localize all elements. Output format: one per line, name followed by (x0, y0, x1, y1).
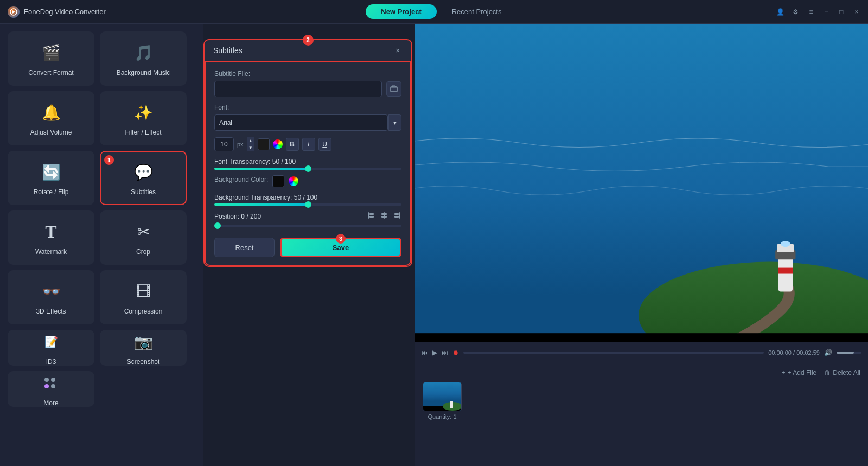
go-start-button[interactable]: ⏮ (422, 349, 428, 356)
font-transparency-row: Font Transparency: 50 / 100 (214, 158, 401, 170)
font-color-picker[interactable] (273, 139, 283, 149)
filter-effect-label: Filter / Effect (125, 129, 161, 136)
convert-format-label: Convert Format (28, 69, 73, 76)
svg-point-2 (44, 378, 49, 382)
background-transparency-track[interactable] (214, 203, 401, 206)
record-button[interactable]: ⏺ (452, 349, 459, 356)
progress-bar[interactable] (463, 352, 764, 354)
settings-icon: ⚙ (792, 8, 800, 16)
svg-rect-11 (381, 213, 387, 215)
underline-button[interactable]: U (318, 138, 331, 151)
compression-icon: 🎞 (131, 279, 155, 303)
file-thumbnail[interactable] (423, 382, 462, 411)
font-size-input[interactable] (214, 137, 234, 151)
svg-rect-12 (381, 216, 387, 218)
svg-point-5 (51, 384, 55, 388)
position-track[interactable] (214, 225, 401, 227)
font-dropdown-arrow: ▼ (388, 114, 401, 131)
add-file-button[interactable]: + + Add File (782, 369, 817, 376)
more-label: More (43, 399, 58, 407)
sidebar-item-id3[interactable]: 📝 ID3 (8, 330, 94, 366)
video-preview-area (415, 24, 868, 363)
window-controls: 👤 ⚙ ≡ − □ × (777, 8, 860, 16)
subtitle-file-input[interactable] (214, 81, 382, 97)
volume-bar[interactable] (837, 352, 861, 354)
font-size-down[interactable]: ▼ (247, 144, 254, 151)
align-center-button[interactable] (380, 211, 388, 221)
browse-file-button[interactable] (386, 81, 401, 97)
sidebar-item-watermark[interactable]: T Watermark (8, 210, 94, 265)
recent-projects-tab[interactable]: Recent Projects (437, 4, 517, 19)
background-transparency-thumb[interactable] (305, 201, 311, 208)
position-label: Position: 0 / 200 (214, 213, 261, 220)
subtitles-label: Subtitles (131, 188, 156, 196)
minimize-button[interactable]: − (822, 8, 830, 16)
dialog-header: Subtitles 2 × (205, 40, 411, 61)
bg-color-picker[interactable] (289, 176, 298, 186)
id3-icon: 📝 (39, 330, 63, 354)
app-title: FoneDog Video Converter (24, 8, 106, 16)
sidebar-item-filter-effect[interactable]: ✨ Filter / Effect (100, 91, 187, 145)
file-list: Quantity: 1 (423, 382, 860, 420)
background-color-row: Background Color: (214, 175, 401, 187)
go-end-button[interactable]: ⏭ (442, 349, 448, 356)
time-display: 00:00:00 / 00:02:59 (768, 349, 820, 356)
italic-button[interactable]: I (302, 138, 315, 151)
align-right-button[interactable] (393, 211, 401, 221)
subtitles-dialog: Subtitles 2 × Subtitle File: (203, 39, 412, 267)
subtitle-file-label: Subtitle File: (214, 70, 401, 78)
new-project-tab[interactable]: New Project (366, 4, 436, 19)
bg-color-swatch[interactable] (272, 175, 284, 187)
font-transparency-thumb[interactable] (305, 165, 311, 172)
user-icon: 👤 (777, 8, 784, 16)
adjust-volume-label: Adjust Volume (30, 129, 72, 136)
sidebar-item-rotate-flip[interactable]: 🔄 Rotate / Flip (8, 151, 94, 205)
svg-rect-15 (394, 216, 399, 218)
font-size-up[interactable]: ▲ (247, 137, 254, 144)
svg-point-4 (44, 384, 49, 388)
sidebar-item-3d-effects[interactable]: 👓 3D Effects (8, 270, 94, 324)
svg-rect-9 (369, 216, 374, 218)
maximize-button[interactable]: □ (838, 8, 845, 16)
subtitles-badge: 1 (104, 155, 114, 165)
font-color-swatch[interactable] (258, 138, 270, 150)
dialog-badge: 2 (303, 35, 314, 46)
rotate-flip-icon: 🔄 (39, 160, 63, 184)
nav-tabs: New Project Recent Projects (366, 4, 516, 19)
position-thumb[interactable] (214, 222, 221, 229)
dialog-close-button[interactable]: × (393, 46, 403, 55)
dialog-footer: Reset 3 Save (214, 230, 401, 257)
align-left-button[interactable] (367, 211, 375, 221)
play-button[interactable]: ▶ (432, 349, 437, 356)
add-file-label: + Add File (788, 369, 817, 376)
sidebar-item-adjust-volume[interactable]: 🔔 Adjust Volume (8, 91, 94, 145)
file-actions: + + Add File 🗑 Delete All (782, 369, 860, 376)
svg-rect-7 (368, 212, 369, 219)
sidebar-item-screenshot[interactable]: 📷 Screenshot (100, 330, 187, 366)
font-transparency-track[interactable] (214, 168, 401, 170)
reset-button[interactable]: Reset (214, 238, 275, 257)
sidebar-item-convert-format[interactable]: 🎬 Convert Format (8, 31, 94, 86)
delete-all-button[interactable]: 🗑 Delete All (824, 369, 860, 376)
sidebar-item-background-music[interactable]: 🎵 Background Music (100, 31, 187, 86)
background-music-icon: 🎵 (131, 41, 155, 65)
delete-all-label: Delete All (833, 369, 860, 376)
3d-effects-icon: 👓 (39, 279, 63, 303)
close-button[interactable]: × (853, 8, 860, 16)
subtitle-file-row: Subtitle File: (214, 70, 401, 97)
screenshot-icon: 📷 (131, 330, 155, 354)
font-select[interactable]: Arial Times New Roman Verdana (214, 114, 388, 131)
bold-button[interactable]: B (286, 138, 299, 151)
font-size-stepper: ▲ ▼ (247, 137, 254, 151)
sidebar-item-subtitles[interactable]: 1 💬 Subtitles (100, 151, 187, 205)
font-transparency-fill (214, 168, 308, 170)
volume-icon: 🔊 (824, 349, 832, 356)
font-controls: px ▲ ▼ B I U (214, 137, 401, 151)
dialog-body: Subtitle File: (205, 61, 411, 266)
sidebar-item-crop[interactable]: ✂ Crop (100, 210, 187, 265)
sidebar-item-more[interactable]: More (8, 371, 94, 407)
save-button[interactable]: 3 Save (280, 238, 401, 257)
position-row: Position: 0 / 200 (214, 211, 401, 221)
sidebar-item-compression[interactable]: 🎞 Compression (100, 270, 187, 324)
video-preview-image (415, 24, 868, 363)
